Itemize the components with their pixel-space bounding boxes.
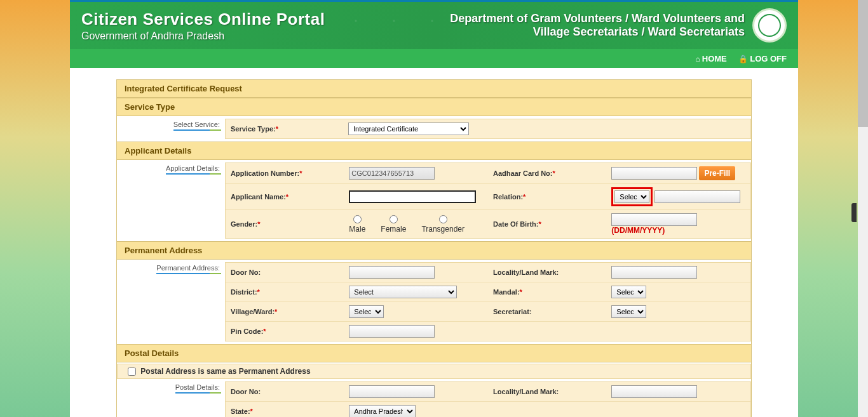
nav-home[interactable]: ⌂HOME [696,54,727,63]
input-post-door[interactable] [349,385,435,398]
lock-icon: 🔒 [738,55,748,63]
label-perm-mandal: Mandal: [493,288,520,296]
input-perm-locality[interactable] [611,266,697,279]
scrollbar-thumb[interactable] [858,0,868,127]
label-relation: Relation: [493,193,523,201]
label-aadhaar: Aadhaar Card No: [493,169,553,177]
header-banner: Citizen Services Online Portal Governmen… [70,2,798,49]
hint-dob-format: (DD/MM/YYYY) [611,226,665,235]
home-icon: ⌂ [696,55,700,63]
section-applicant: Applicant Details [117,142,751,160]
label-post-state: State: [231,407,250,415]
section-postal: Postal Details [117,344,751,362]
label-perm-village: Village/Ward: [231,308,275,315]
label-post-locality: Locality/Land Mark: [493,388,559,395]
radio-male[interactable] [353,215,362,223]
select-perm-secretariat[interactable]: Select [611,305,646,318]
checkbox-same-address[interactable] [128,367,136,376]
label-same-address: Postal Address is same as Permanent Addr… [140,367,310,376]
input-dob[interactable] [611,213,697,226]
portal-subtitle: Government of Andhra Pradesh [81,30,325,42]
gov-emblem-icon [752,8,787,43]
radio-transgender[interactable] [439,215,447,223]
side-label-perm: Permanent Address: [156,264,220,274]
portal-title: Citizen Services Online Portal [81,10,325,29]
section-perm-address: Permanent Address [117,241,751,260]
top-nav: ⌂HOME 🔒LOG OFF [70,49,798,68]
input-perm-door[interactable] [349,266,435,279]
label-gender: Gender: [231,220,257,228]
input-relation-name[interactable] [654,190,740,203]
input-aadhaar[interactable] [611,167,697,180]
input-post-locality[interactable] [611,385,697,398]
input-app-number [349,167,435,180]
label-applicant-name: Applicant Name: [231,193,286,201]
input-applicant-name[interactable] [349,190,476,203]
label-post-door: Door No: [231,388,261,395]
label-perm-district: District: [231,288,257,296]
section-service-type: Service Type [117,98,751,116]
label-perm-secretariat: Secretariat: [493,308,532,315]
label-service-type: Service Type: [231,125,276,133]
dept-line1: Department of Gram Volunteers / Ward Vol… [450,12,745,25]
relation-highlight: Select [611,187,653,206]
nav-logoff[interactable]: 🔒LOG OFF [738,54,787,63]
label-perm-door: Door No: [231,268,261,276]
scrollbar-track[interactable] [858,0,868,417]
dept-line2: Village Secretariats / Ward Secretariats [450,25,745,39]
label-dob: Date Of Birth: [493,220,539,228]
side-tab [851,203,857,222]
select-post-state[interactable]: Andhra Pradesh [349,405,416,417]
side-label-postal: Postal Details: [175,383,220,394]
label-perm-locality: Locality/Land Mark: [493,268,559,276]
select-perm-village[interactable]: Select [349,305,384,318]
side-label-applicant: Applicant Details: [166,164,220,175]
select-service-type[interactable]: Integrated Certificate [348,122,469,135]
label-perm-pin: Pin Code: [231,328,263,335]
select-perm-district[interactable]: Select [349,286,457,298]
select-perm-mandal[interactable]: Select [611,286,646,298]
page-title: Integrated Certificate Request [117,80,751,98]
input-perm-pin[interactable] [349,325,435,338]
select-relation[interactable]: Select [614,190,649,203]
label-app-number: Application Number: [231,169,299,177]
prefill-button[interactable]: Pre-Fill [699,166,735,180]
radio-female[interactable] [390,215,398,223]
side-label-service: Select Service: [173,121,220,131]
